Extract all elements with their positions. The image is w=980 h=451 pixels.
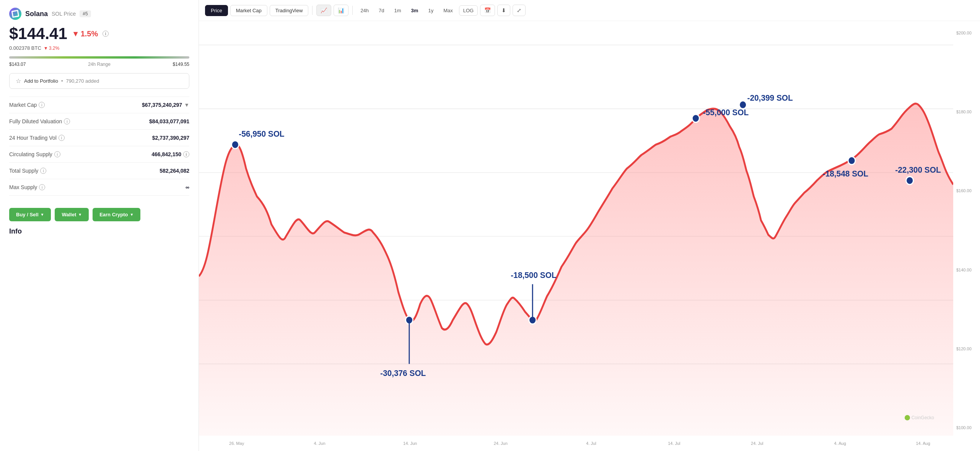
svg-text:-30,376 SOL: -30,376 SOL: [380, 368, 426, 378]
coin-header: Solana SOL Price #5: [9, 8, 189, 20]
market-cap-info-icon[interactable]: i: [39, 102, 45, 108]
range-low: $143.07: [9, 62, 26, 67]
svg-point-19: [848, 157, 855, 165]
coin-name: Solana: [25, 10, 48, 18]
line-chart-icon[interactable]: 📈: [316, 5, 331, 16]
stat-label-fdv: Fully Diluted Valuation i: [9, 118, 70, 124]
add-to-portfolio-button[interactable]: ☆ Add to Portfolio • 790,270 added: [9, 73, 189, 89]
btc-price-value: 0.002378 BTC: [9, 45, 41, 51]
y-label-180: $180.00: [956, 109, 977, 114]
earn-crypto-button[interactable]: Earn Crypto ▼: [93, 208, 140, 221]
svg-point-15: [692, 114, 699, 123]
circulating-info-icon[interactable]: i: [54, 151, 60, 157]
portfolio-added-count: 790,270 added: [66, 78, 99, 84]
volume-info-icon[interactable]: i: [59, 135, 65, 141]
range-section: $143.07 24h Range $149.55: [9, 56, 189, 67]
info-title: Info: [9, 226, 189, 235]
bar-chart-icon[interactable]: 📊: [334, 5, 348, 16]
x-label-jul24: 24. Jul: [751, 441, 763, 446]
tab-price[interactable]: Price: [205, 5, 228, 16]
coin-logo: [9, 8, 21, 20]
stat-value-market-cap: $67,375,240,297 ▼: [142, 102, 189, 108]
price-change: ▼ 1.5%: [72, 29, 98, 38]
stat-value-circulating: 466,842,150 i: [151, 151, 189, 157]
stat-value-fdv: $84,033,077,091: [149, 118, 189, 124]
stat-value-volume: $2,737,390,297: [152, 135, 189, 141]
portfolio-added: •: [61, 78, 63, 84]
svg-point-17: [739, 101, 747, 109]
x-label-aug14: 14. Aug: [916, 441, 930, 446]
chart-area: -56,950 SOL -30,376 SOL -18,500 SOL -55,…: [199, 21, 980, 451]
time-max[interactable]: Max: [440, 6, 457, 15]
btc-price-section: 0.002378 BTC ▼ 3.2%: [9, 45, 189, 51]
range-high: $149.55: [173, 62, 189, 67]
svg-text:-20,399 SOL: -20,399 SOL: [747, 93, 793, 103]
coin-ticker: SOL Price: [52, 11, 76, 17]
time-3m[interactable]: 3m: [407, 6, 422, 15]
circulating-extra-icon[interactable]: i: [183, 151, 189, 157]
x-label-jun14: 14. Jun: [403, 441, 417, 446]
time-24h[interactable]: 24h: [357, 6, 373, 15]
price-section: $144.41 ▼ 1.5% i: [9, 25, 189, 43]
download-icon[interactable]: ⬇: [497, 5, 510, 16]
max-supply-info-icon[interactable]: i: [39, 184, 45, 190]
x-axis: 26. May 4. Jun 14. Jun 24. Jun 4. Jul 14…: [199, 436, 953, 451]
log-button[interactable]: LOG: [459, 5, 478, 16]
price-value: $144.41: [9, 25, 67, 43]
y-label-200: $200.00: [956, 31, 977, 35]
toolbar-divider-2: [352, 6, 353, 15]
svg-text:-22,300 SOL: -22,300 SOL: [895, 165, 941, 175]
rank-badge: #5: [80, 10, 91, 17]
stat-market-cap: Market Cap i $67,375,240,297 ▼: [9, 97, 189, 113]
x-label-may26: 26. May: [229, 441, 244, 446]
star-icon: ☆: [16, 77, 21, 85]
y-axis: $200.00 $180.00 $160.00 $140.00 $120.00 …: [953, 21, 980, 436]
stat-value-max-supply: ∞: [186, 184, 189, 190]
range-label: 24h Range: [88, 62, 111, 67]
action-buttons: Buy / Sell ▼ Wallet ▼ Earn Crypto ▼: [9, 203, 189, 226]
down-arrow-icon: ▼: [72, 29, 80, 38]
tab-tradingview[interactable]: TradingView: [270, 5, 309, 16]
svg-text:-18,548 SOL: -18,548 SOL: [823, 168, 868, 178]
left-panel: Solana SOL Price #5 $144.41 ▼ 1.5% i 0.0…: [0, 0, 199, 451]
x-label-jul4: 4. Jul: [586, 441, 596, 446]
stat-total-supply: Total Supply i 582,264,082: [9, 163, 189, 179]
x-label-jun24: 24. Jun: [494, 441, 508, 446]
stat-label-max-supply: Max Supply i: [9, 184, 45, 190]
y-label-100: $100.00: [956, 425, 977, 430]
expand-icon[interactable]: ▼: [184, 102, 189, 108]
total-supply-info-icon[interactable]: i: [40, 168, 46, 174]
stat-label-market-cap: Market Cap i: [9, 102, 45, 108]
y-label-120: $120.00: [956, 346, 977, 351]
fullscreen-icon[interactable]: ⤢: [513, 5, 526, 16]
time-1y[interactable]: 1y: [424, 6, 437, 15]
range-labels: $143.07 24h Range $149.55: [9, 62, 189, 67]
earn-crypto-chevron: ▼: [130, 212, 134, 217]
stat-value-total-supply: 582,264,082: [160, 168, 189, 174]
price-info-icon[interactable]: i: [103, 31, 109, 37]
tab-market-cap[interactable]: Market Cap: [230, 5, 267, 16]
x-label-jun4: 4. Jun: [314, 441, 326, 446]
calendar-icon[interactable]: 📅: [480, 5, 495, 16]
portfolio-label: Add to Portfolio: [24, 78, 58, 84]
chart-toolbar: Price Market Cap TradingView 📈 📊 24h 7d …: [199, 0, 980, 21]
time-7d[interactable]: 7d: [375, 6, 388, 15]
svg-text:-56,950 SOL: -56,950 SOL: [239, 129, 284, 139]
stat-volume: 24 Hour Trading Vol i $2,737,390,297: [9, 130, 189, 146]
right-panel: Price Market Cap TradingView 📈 📊 24h 7d …: [199, 0, 980, 451]
y-label-160: $160.00: [956, 188, 977, 193]
buy-sell-button[interactable]: Buy / Sell ▼: [9, 208, 51, 221]
wallet-button[interactable]: Wallet ▼: [55, 208, 89, 221]
range-bar: [9, 56, 189, 59]
time-1m[interactable]: 1m: [391, 6, 405, 15]
stats-section: Market Cap i $67,375,240,297 ▼ Fully Dil…: [9, 96, 189, 196]
stat-circulating: Circulating Supply i 466,842,150 i: [9, 146, 189, 163]
fdv-info-icon[interactable]: i: [64, 118, 70, 124]
stat-label-total-supply: Total Supply i: [9, 168, 46, 174]
btc-down-arrow: ▼: [44, 46, 48, 51]
stat-max-supply: Max Supply i ∞: [9, 179, 189, 196]
stat-label-volume: 24 Hour Trading Vol i: [9, 135, 65, 141]
stat-fdv: Fully Diluted Valuation i $84,033,077,09…: [9, 113, 189, 130]
stat-label-circulating: Circulating Supply i: [9, 151, 60, 157]
x-label-aug4: 4. Aug: [834, 441, 846, 446]
